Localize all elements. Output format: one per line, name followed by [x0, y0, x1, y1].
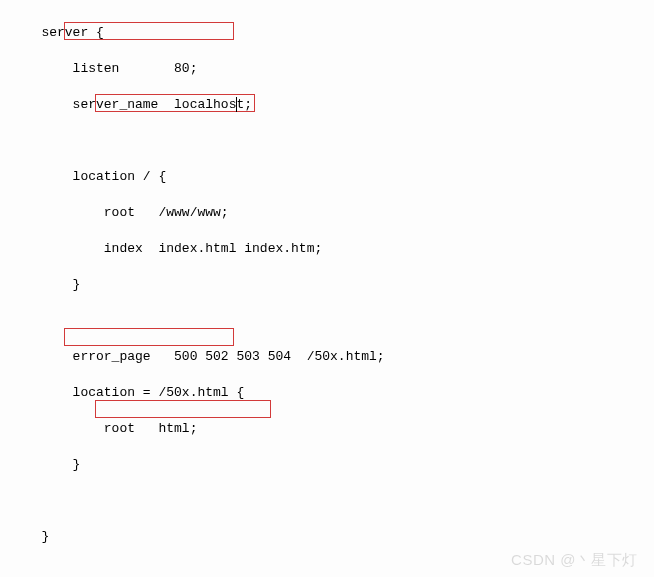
code-line: location = /50x.html {: [0, 384, 654, 402]
code-line: root html;: [0, 420, 654, 438]
code-line-listen-1: listen 80;: [0, 60, 654, 78]
code-line: index index.html index.htm;: [0, 240, 654, 258]
code-line: location / {: [0, 168, 654, 186]
code-line: }: [0, 528, 654, 546]
code-line-blank: [0, 132, 654, 150]
code-block: server { listen 80; server_name localhos…: [0, 0, 654, 577]
code-line-blank: [0, 312, 654, 330]
code-line: }: [0, 456, 654, 474]
code-line: error_page 500 502 503 504 /50x.html;: [0, 348, 654, 366]
code-line: server_name localhost;: [0, 96, 654, 114]
code-line: }: [0, 276, 654, 294]
code-line-root-1: root /www/www;: [0, 204, 654, 222]
code-line-blank: [0, 492, 654, 510]
code-line: server {: [0, 24, 654, 42]
text-cursor: [236, 97, 237, 112]
watermark-text: CSDN @丶星下灯: [511, 551, 638, 569]
